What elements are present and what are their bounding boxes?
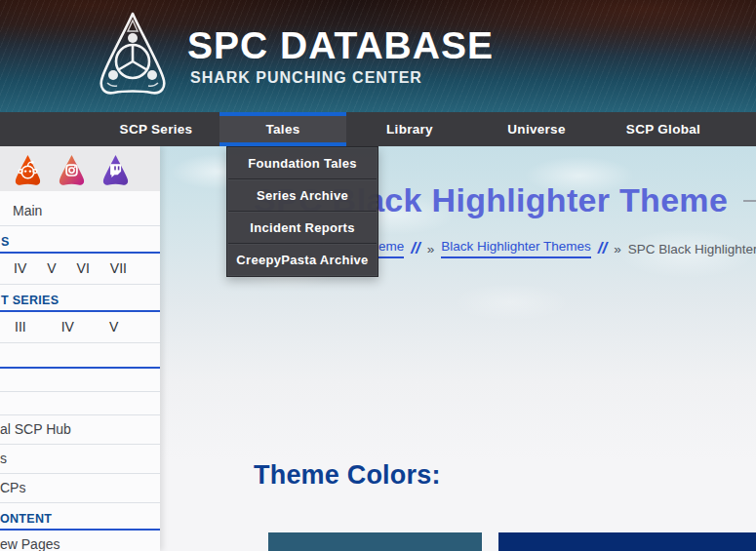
page: SPC DATABASE SHARK PUNCHING CENTER SCP S…: [0, 0, 756, 551]
sidebar-divider: [0, 284, 160, 285]
instagram-icon[interactable]: [57, 153, 87, 185]
theme-colors-heading: Theme Colors:: [254, 460, 441, 491]
breadcrumb-separator: //: [411, 239, 419, 258]
nav-item-universe[interactable]: Universe: [473, 112, 600, 146]
reddit-icon[interactable]: [13, 153, 43, 185]
sidebar-heading: [0, 350, 160, 369]
sidebar-item[interactable]: [0, 392, 160, 414]
sidebar-item-main[interactable]: Main: [0, 197, 160, 225]
brand-block: SPC DATABASE SHARK PUNCHING CENTER: [187, 26, 494, 87]
dropdown-item-incident-reports[interactable]: Incident Reports: [228, 213, 377, 244]
sidebar-divider: [0, 225, 160, 226]
dropdown-item-foundation-tales[interactable]: Foundation Tales: [228, 148, 377, 179]
sidebar-heading: S: [0, 233, 160, 254]
title-divider-line: [743, 200, 756, 202]
site-title: SPC DATABASE: [187, 26, 494, 64]
dropdown-item-creepypasta-archive[interactable]: CreepyPasta Archive: [228, 245, 377, 275]
nav-item-library[interactable]: Library: [346, 112, 473, 146]
sidebar-item[interactable]: [0, 369, 160, 391]
sidebar-heading: T SERIES: [0, 292, 160, 312]
main-navbar: SCP SeriesTalesLibraryUniverseSCP Global: [0, 112, 756, 146]
site-subtitle: SHARK PUNCHING CENTER: [187, 69, 494, 87]
twitch-icon[interactable]: [100, 153, 131, 185]
sidebar-series-link-v[interactable]: V: [109, 319, 118, 335]
sidebar-series-row: IIIIVV: [0, 312, 160, 342]
breadcrumb-separator: »: [614, 242, 621, 256]
tales-dropdown-menu: Foundation TalesSeries ArchiveIncident R…: [226, 146, 378, 277]
sidebar-menu: MainSIVVVIVIIT SERIESIIIIVVal SCP HubsCP…: [0, 191, 160, 551]
sidebar-item-cps[interactable]: CPs: [0, 474, 160, 502]
navy-swatch: [498, 532, 756, 551]
sidebar-series-link-iv[interactable]: IV: [61, 319, 74, 335]
sidebar-series-link-iv[interactable]: IV: [14, 260, 26, 276]
breadcrumb-current-page: SPC Black Highlighter Theme: [628, 242, 756, 256]
sidebar: MainSIVVVIVIIT SERIESIIIIVVal SCP HubsCP…: [0, 146, 160, 551]
sidebar-series-link-vi[interactable]: VI: [77, 260, 90, 276]
teal-swatch: [268, 532, 482, 551]
sidebar-series-link-iii[interactable]: III: [15, 319, 26, 335]
breadcrumb-separator: //: [598, 239, 607, 258]
site-header: SPC DATABASE SHARK PUNCHING CENTER: [0, 0, 756, 112]
sidebar-series-row: IVVVIVII: [0, 254, 160, 284]
sidebar-divider: [0, 342, 160, 343]
nav-item-scp-series[interactable]: SCP Series: [93, 112, 219, 146]
sidebar-item-s[interactable]: s: [0, 445, 160, 473]
nav-item-tales[interactable]: Tales: [219, 112, 346, 146]
dropdown-item-series-archive[interactable]: Series Archive: [228, 180, 377, 212]
breadcrumb-separator: »: [427, 242, 435, 256]
sidebar-series-link-v[interactable]: V: [47, 260, 56, 276]
breadcrumb-link[interactable]: eme: [378, 239, 404, 258]
nav-item-scp-global[interactable]: SCP Global: [600, 112, 727, 146]
sidebar-item-al-scp-hub[interactable]: al SCP Hub: [0, 415, 160, 444]
breadcrumb-link[interactable]: Black Highlighter Themes: [441, 239, 591, 258]
sidebar-social-strip: [0, 146, 160, 191]
sidebar-item-ew-pages[interactable]: ew Pages: [0, 531, 160, 551]
breadcrumb: eme//»Black Highlighter Themes//»SPC Bla…: [378, 239, 756, 258]
spc-logo-icon: [94, 9, 172, 102]
theme-swatches: [268, 532, 756, 551]
sidebar-series-link-vii[interactable]: VII: [110, 260, 127, 276]
sidebar-divider: [0, 502, 160, 503]
sidebar-heading: ONTENT: [0, 510, 160, 531]
